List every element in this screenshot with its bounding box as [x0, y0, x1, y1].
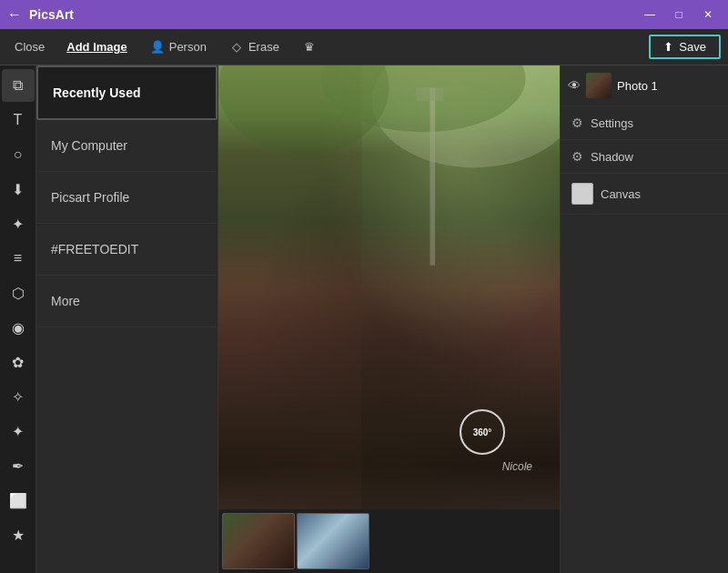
sidebar-icon-filter[interactable]: ⬡: [2, 276, 35, 309]
watermark: Nicole: [502, 460, 532, 473]
sidebar-icon-lines[interactable]: ≡: [2, 242, 35, 275]
badge-360: 360°: [460, 409, 505, 455]
add-image-button[interactable]: Add Image: [59, 36, 134, 57]
crown-tool[interactable]: ♛: [294, 35, 325, 59]
menu-item-my-computer[interactable]: My Computer: [36, 120, 217, 172]
sidebar-icon-magic[interactable]: ✦: [2, 207, 35, 240]
settings-label: Settings: [591, 116, 633, 130]
save-button[interactable]: ⬆ Save: [649, 35, 721, 59]
canvas-item[interactable]: Canvas: [561, 174, 728, 215]
sidebar-icon-palette[interactable]: ◉: [2, 311, 35, 344]
app-title: PicsArt: [29, 7, 74, 22]
close-button[interactable]: Close: [7, 36, 52, 57]
sidebar-icon-flower[interactable]: ✿: [2, 346, 35, 378]
erase-tool[interactable]: ◇ Erase: [221, 35, 287, 59]
shadow-item[interactable]: ⚙ Shadow: [561, 140, 728, 174]
main-content: ⧉ T ○ ⬇ ✦ ≡ ⬡ ◉ ✿ ✧ ✦ ✒ ⬜ ★ Recently Use…: [0, 65, 728, 573]
canvas-color-preview: [571, 183, 593, 205]
erase-icon: ◇: [228, 39, 245, 55]
sidebar-icon-shape[interactable]: ○: [2, 138, 35, 171]
layer-header: 👁 Photo 1: [561, 65, 728, 106]
crown-icon: ♛: [301, 39, 318, 55]
sidebar-icon-wand[interactable]: ✧: [2, 380, 35, 413]
canvas-texture: [218, 65, 560, 509]
canvas-main: 360° Nicole: [218, 65, 560, 509]
maximize-button[interactable]: □: [666, 5, 692, 24]
erase-label: Erase: [248, 40, 279, 54]
shadow-gear-icon: ⚙: [571, 149, 583, 164]
sidebar-icon-sparkle[interactable]: ✦: [2, 415, 35, 447]
sidebar-icon-page[interactable]: ⬜: [2, 484, 35, 517]
sidebar-icon-star[interactable]: ★: [2, 518, 35, 551]
person-label: Person: [169, 40, 207, 54]
svg-rect-5: [430, 87, 436, 265]
canvas-area: 360° Nicole: [218, 65, 560, 573]
right-panel: 👁 Photo 1 ⚙ Settings ⚙ Shadow Canvas: [560, 65, 728, 573]
thumbnail-2[interactable]: [297, 513, 369, 569]
canvas-thumbnails: [218, 509, 560, 573]
svg-rect-6: [417, 87, 444, 101]
thumbnail-1[interactable]: [222, 513, 295, 569]
save-label: Save: [679, 40, 706, 54]
canvas-background: 360° Nicole: [218, 65, 560, 509]
menu-panel: Recently Used My Computer Picsart Profil…: [36, 65, 218, 573]
share-icon: ⬆: [663, 40, 673, 54]
sidebar-icon-text[interactable]: T: [2, 104, 35, 136]
settings-item[interactable]: ⚙ Settings: [561, 106, 728, 140]
window-close-button[interactable]: ✕: [695, 5, 721, 24]
menu-item-more[interactable]: More: [36, 276, 217, 327]
menu-item-recently-used[interactable]: Recently Used: [36, 65, 217, 120]
sidebar-icon-stamp[interactable]: ✒: [2, 449, 35, 482]
person-tool[interactable]: 👤 Person: [142, 35, 214, 59]
back-button[interactable]: ←: [7, 6, 22, 23]
visibility-toggle[interactable]: 👁: [568, 78, 581, 93]
title-bar-left: ← PicsArt: [7, 6, 74, 23]
window-controls: — □ ✕: [637, 5, 721, 24]
photo-label: Photo 1: [617, 79, 721, 93]
toolbar: Close Add Image 👤 Person ◇ Erase ♛ ⬆ Sav…: [0, 29, 728, 65]
title-bar: ← PicsArt — □ ✕: [0, 0, 728, 29]
menu-item-freetoedit[interactable]: #FREETOEDIT: [36, 224, 217, 276]
settings-gear-icon: ⚙: [571, 116, 583, 130]
shadow-label: Shadow: [591, 150, 633, 164]
canvas-label: Canvas: [601, 187, 641, 201]
sidebar-icon-layers[interactable]: ⧉: [2, 69, 35, 102]
photo-thumbnail: [586, 73, 612, 98]
minimize-button[interactable]: —: [637, 5, 662, 24]
menu-item-picsart-profile[interactable]: Picsart Profile: [36, 172, 217, 224]
person-icon: 👤: [149, 39, 166, 55]
sidebar-icon-import[interactable]: ⬇: [2, 173, 35, 206]
sidebar-icons: ⧉ T ○ ⬇ ✦ ≡ ⬡ ◉ ✿ ✧ ✦ ✒ ⬜ ★: [0, 65, 36, 573]
